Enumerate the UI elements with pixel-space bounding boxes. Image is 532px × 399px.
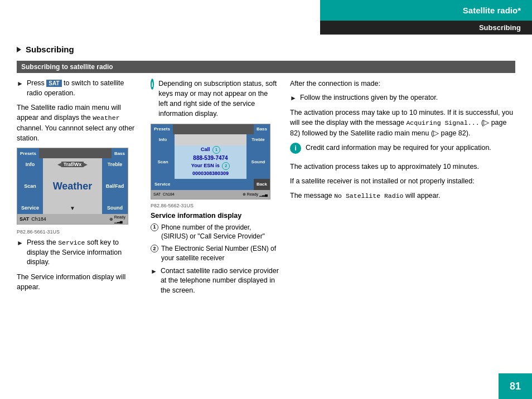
numbered-item-1: 1 Phone number of the provider, (SIRIUS)…	[151, 223, 279, 242]
caption-2: P82.86-5662-31US	[151, 203, 279, 208]
info-block-2: i Credit card information may be require…	[290, 143, 515, 157]
header-subtitle: Subscribing	[320, 21, 532, 35]
rd2-presets: Presets	[151, 124, 173, 134]
nav-center: ◀ Traf/Wx ▶	[43, 158, 102, 171]
bullet-item-3: ► Contact satellite radio service provid…	[151, 266, 279, 296]
sat-row: SAT Ch184 ⊕ Ready▁▂▄	[17, 214, 128, 224]
main-content: Subscribing Subscribing to satellite rad…	[0, 33, 532, 399]
triangle-icon	[17, 47, 21, 52]
bullet-text-1: Press SAT to switch to satellite radio o…	[27, 79, 139, 98]
num-2: 2	[151, 245, 158, 252]
service-btn: Service	[17, 202, 43, 214]
bullet-text-2: Press the Service soft key to display th…	[27, 238, 139, 267]
info-btn: Info	[17, 158, 43, 171]
rd2-service-label: Service	[151, 182, 173, 187]
info-block: i Depending on subscription status, soft…	[151, 79, 279, 119]
three-col-layout: ► Press SAT to switch to satellite radio…	[17, 79, 515, 300]
rd2-call-line1: Call 1	[201, 146, 220, 154]
bullet-item-1: ► Press SAT to switch to satellite radio…	[17, 79, 139, 98]
rd2-info: Info	[151, 134, 175, 145]
after-connection: After the connection is made:	[290, 79, 515, 89]
presets-btn: Presets	[17, 148, 39, 158]
radio-display-1: Presets Bass Info ◀ Traf/Wx ▶ Treble	[17, 148, 128, 225]
numbered-item-2: 2 The Electronic Serial Number (ESN) of …	[151, 244, 279, 263]
circle-2: 2	[222, 162, 230, 170]
rd2-call-line3: Your ESN is 2	[191, 162, 230, 170]
sat-label: SAT	[20, 216, 29, 222]
rd2-service-row: Service Back	[151, 179, 270, 190]
service-row: Service ▼ Sound	[17, 202, 128, 214]
bullet-right-1: ► Follow the instructions given by the o…	[290, 93, 515, 103]
rd2-call-line2: 888-539-7474	[193, 154, 228, 162]
service-info-title: Service information display	[151, 212, 279, 220]
rd2-ready: ⊕ Ready ▁▂▄	[243, 192, 268, 197]
section-title-text: Subscribing	[26, 45, 74, 54]
para-r1: The activation process may take up to 10…	[290, 108, 515, 138]
info2-text: Credit card information may be required …	[306, 143, 491, 153]
bass-btn: Bass	[112, 148, 128, 158]
nav-row: Info ◀ Traf/Wx ▶ Treble	[17, 158, 128, 171]
rd2-call-row: Scan Call 1 888-539-7474 Your ESN is 2 0…	[151, 145, 270, 179]
sound-btn: Sound	[102, 202, 128, 214]
info-circle-2-icon: i	[290, 143, 301, 154]
para-r4: The message No Satellite Radio will appe…	[290, 191, 515, 201]
item1-text: Phone number of the provider, (SIRIUS) o…	[161, 223, 279, 242]
para-r2: The activation process takes up to appro…	[290, 162, 515, 172]
scan-btn-left: Scan	[17, 171, 43, 202]
bullet-arrow-3: ►	[151, 267, 157, 276]
rd2-call-line4: 0000308380309	[192, 170, 229, 178]
para-2: The Service information display will app…	[17, 272, 139, 292]
rd2-sat: SAT	[153, 192, 161, 196]
rd2-treble: Treble	[246, 134, 270, 145]
rd2-bottom: SAT Ch184 ⊕ Ready ▁▂▄	[151, 190, 270, 199]
section-title: Subscribing	[17, 45, 515, 54]
info-text: Depending on subscription status, soft k…	[158, 79, 279, 119]
balfad-btn: Bal/Fad	[102, 171, 128, 202]
bullet-item-2: ► Press the Service soft key to display …	[17, 238, 139, 267]
bullet-text-r1: Follow the instructions given by the ope…	[300, 93, 438, 103]
rd2-back: Back	[254, 179, 270, 190]
rd2-call-center: Call 1 888-539-7474 Your ESN is 2 000030…	[175, 145, 246, 179]
item2-text: The Electronic Serial Number (ESN) of yo…	[161, 244, 279, 263]
radio-top-row: Presets Bass	[17, 148, 128, 158]
rd2-sound: Sound	[246, 145, 270, 179]
sub-heading: Subscribing to satellite radio	[17, 61, 515, 73]
header-bar: Satellite radio* Subscribing	[320, 0, 532, 35]
bullet-arrow-r1: ►	[290, 94, 297, 103]
num-1: 1	[151, 223, 158, 231]
caption-1: P82.86-5661-31US	[17, 229, 139, 235]
arrow-center: ▼	[43, 202, 102, 214]
bullet-text-3: Contact satellite radio service provider…	[161, 266, 279, 296]
col-right: After the connection is made: ► Follow t…	[290, 79, 515, 300]
rd2-scan: Scan	[151, 145, 175, 179]
rd2-bass: Bass	[254, 124, 270, 134]
rd2-ch: Ch184	[163, 192, 175, 196]
circle-1: 1	[212, 146, 220, 154]
rd2-top-row: Presets Bass	[151, 124, 270, 134]
header-title: Satellite radio*	[320, 0, 532, 21]
col-left: ► Press SAT to switch to satellite radio…	[17, 79, 139, 300]
weather-row: Scan Weather Bal/Fad	[17, 171, 128, 202]
treble-btn: Treble	[102, 158, 128, 171]
rd2-info-row: Info Treble	[151, 134, 270, 145]
weather-display: Weather	[43, 171, 102, 202]
radio-display-2: Presets Bass Info Treble Scan Call 1	[151, 124, 270, 199]
para-1: The Satellite radio main menu will appea…	[17, 103, 139, 143]
col-mid: i Depending on subscription status, soft…	[151, 79, 279, 300]
info-circle-icon: i	[151, 79, 154, 90]
para-r3: If a satellite receiver is not installed…	[290, 176, 515, 186]
ch-label: Ch184	[31, 216, 46, 222]
bullet-arrow-2: ►	[17, 239, 23, 248]
bullet-arrow-1: ►	[17, 79, 23, 89]
